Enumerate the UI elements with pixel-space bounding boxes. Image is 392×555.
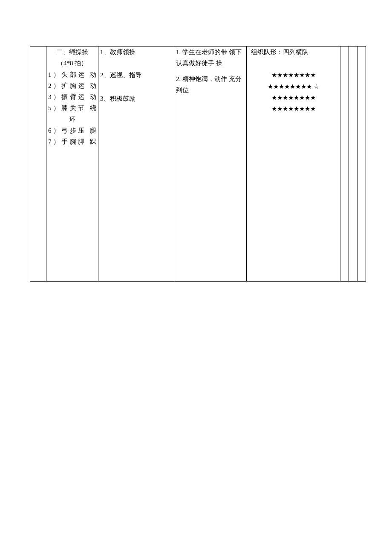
- org-cell: 组织队形：四列横队 ★★★★★★★★ ★★★★★★★★ ☆ ★★★★★★★★ ★…: [247, 46, 340, 282]
- content-subtitle: （4*8 拍）: [48, 58, 96, 69]
- content-item: 1）头部运 动: [48, 69, 96, 80]
- teacher-cell: 1、教师领操 2、巡视、指导 3、积极鼓励: [98, 46, 174, 282]
- teacher-item: 2、巡视、指导: [100, 70, 172, 81]
- formation-row: ★★★★★★★★: [248, 92, 338, 103]
- narrow-cell-3: [357, 46, 366, 282]
- content-item: 环: [48, 114, 96, 125]
- teacher-item: 1、教师领操: [100, 46, 172, 58]
- content-item: 2）扩胸运 动: [48, 80, 96, 91]
- student-cell: 1. 学生在老师的带 领下认真做好徒手 操 2. 精神饱满，动作 充分到位: [174, 46, 247, 282]
- formation-row: ★★★★★★★★: [248, 70, 338, 81]
- stage-cell: [30, 46, 46, 282]
- formation-row: ★★★★★★★★ ☆: [248, 81, 338, 92]
- content-item: 6）弓步压 腿: [48, 125, 96, 136]
- narrow-cell-2: [349, 46, 357, 282]
- lesson-table: 二、绳操操 （4*8 拍） 1）头部运 动 2）扩胸运 动 3）振臂运 动 5）…: [30, 46, 366, 282]
- formation-row: ★★★★★★★★: [248, 103, 338, 114]
- student-item: 1. 学生在老师的带 领下认真做好徒手 操: [176, 46, 245, 69]
- student-item: 2. 精神饱满，动作 充分到位: [176, 73, 245, 96]
- teacher-item: 3、积极鼓励: [100, 93, 172, 104]
- org-caption: 组织队形：四列横队: [248, 46, 338, 58]
- content-title: 二、绳操操: [48, 46, 96, 58]
- table-row: 二、绳操操 （4*8 拍） 1）头部运 动 2）扩胸运 动 3）振臂运 动 5）…: [30, 46, 366, 282]
- content-item: 3）振臂运 动: [48, 91, 96, 102]
- content-item: 7）手腕脚 踝: [48, 136, 96, 147]
- content-cell: 二、绳操操 （4*8 拍） 1）头部运 动 2）扩胸运 动 3）振臂运 动 5）…: [46, 46, 98, 282]
- page: 二、绳操操 （4*8 拍） 1）头部运 动 2）扩胸运 动 3）振臂运 动 5）…: [0, 0, 392, 282]
- narrow-cell-1: [340, 46, 349, 282]
- content-item: 5）膝关节 绕: [48, 102, 96, 113]
